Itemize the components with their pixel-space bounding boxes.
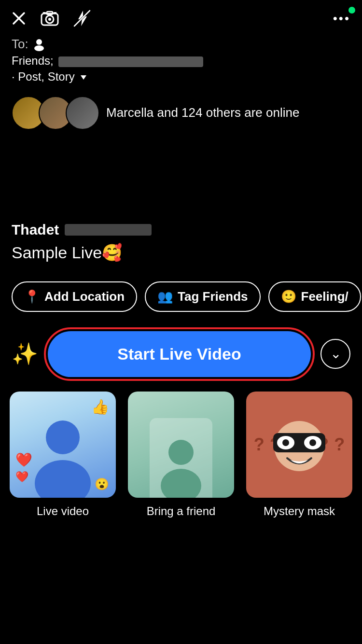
location-icon: 📍 <box>24 289 40 304</box>
chevron-down-button[interactable]: ⌄ <box>320 339 350 369</box>
mystery-mask-illustration <box>265 410 333 477</box>
mystery-mask-card[interactable]: ? ? ? ? ? ? <box>246 392 352 498</box>
post-story-line: · Post, Story <box>12 70 350 84</box>
feeling-pill[interactable]: 🙂 Feeling/ <box>268 281 361 312</box>
svg-point-11 <box>35 460 91 498</box>
online-section: Marcella and 124 others are online <box>0 85 362 135</box>
avatar <box>66 96 99 130</box>
more-options-button[interactable]: ••• <box>333 11 350 26</box>
chevron-down-icon: ⌄ <box>330 347 341 361</box>
flash-off-icon <box>73 10 91 27</box>
flip-camera-icon <box>41 11 59 26</box>
to-section: To: Friends; · Post, Story <box>0 32 362 85</box>
friend-phone-card <box>150 418 212 498</box>
live-sample-title: Sample Live🥰 <box>12 243 350 262</box>
online-text: Marcella and 124 others are online <box>106 104 299 121</box>
green-person-illustration <box>157 435 205 498</box>
question-mark-icon: ? <box>254 434 265 455</box>
magic-icon: ✨ <box>12 341 38 366</box>
svg-point-12 <box>168 440 194 465</box>
mystery-mask-label: Mystery mask <box>264 498 335 523</box>
svg-point-4 <box>48 18 51 21</box>
feeling-label: Feeling/ <box>301 289 348 304</box>
live-video-label: Live video <box>37 498 89 523</box>
live-title-area: Thadet Sample Live🥰 <box>0 135 362 272</box>
add-location-label: Add Location <box>44 289 125 304</box>
svg-point-9 <box>34 45 44 51</box>
flash-off-button[interactable] <box>73 10 91 27</box>
magic-effects-button[interactable]: ✨ <box>12 341 38 366</box>
person-icon <box>32 38 46 51</box>
friends-blur-text <box>58 56 203 67</box>
avatars-group <box>12 96 99 130</box>
top-bar: ••• <box>0 0 362 32</box>
feeling-icon: 🙂 <box>281 289 296 304</box>
svg-point-19 <box>309 439 316 446</box>
friends-label: Friends; <box>12 54 54 67</box>
mode-cards: ❤️ ❤️ 👍 😮 Live video <box>0 392 362 523</box>
action-pills: 📍 Add Location 👥 Tag Friends 🙂 Feeling/ <box>0 272 362 322</box>
post-story-label: · Post, Story <box>12 70 75 83</box>
live-video-card[interactable]: ❤️ ❤️ 👍 😮 <box>10 392 116 498</box>
question-mark-icon: ? <box>334 434 345 455</box>
friends-line: Friends; <box>12 53 350 69</box>
bring-friend-label: Bring a friend <box>147 498 216 523</box>
tag-friends-pill[interactable]: 👥 Tag Friends <box>145 281 260 312</box>
status-dot <box>348 7 355 14</box>
username: Thadet <box>12 222 59 238</box>
svg-point-13 <box>161 469 201 498</box>
wow-icon: 😮 <box>95 477 109 491</box>
close-icon <box>12 11 26 26</box>
start-live-button[interactable]: Start Live Video <box>48 331 311 377</box>
bring-friend-card[interactable] <box>128 392 234 498</box>
live-video-card-wrapper[interactable]: ❤️ ❤️ 👍 😮 Live video <box>10 392 116 523</box>
username-blur <box>65 224 152 236</box>
svg-point-10 <box>46 420 80 454</box>
tag-friends-label: Tag Friends <box>178 289 248 304</box>
svg-point-18 <box>282 439 289 446</box>
start-live-label: Start Live Video <box>117 345 241 363</box>
tag-friends-icon: 👥 <box>157 289 173 304</box>
svg-point-8 <box>36 39 42 45</box>
more-options-icon: ••• <box>333 11 350 26</box>
flip-camera-button[interactable] <box>41 11 59 26</box>
bring-friend-card-wrapper[interactable]: Bring a friend <box>128 392 234 523</box>
blue-person-illustration <box>29 411 97 498</box>
add-location-pill[interactable]: 📍 Add Location <box>12 281 137 312</box>
to-label: To: <box>12 37 28 52</box>
dropdown-arrow-icon <box>81 75 86 80</box>
start-live-row: ✨ Start Live Video ⌄ <box>0 322 362 392</box>
mystery-mask-card-wrapper[interactable]: ? ? ? ? ? ? <box>246 392 352 523</box>
mystery-face <box>265 410 333 479</box>
close-button[interactable] <box>12 11 26 26</box>
username-line: Thadet <box>12 222 350 238</box>
